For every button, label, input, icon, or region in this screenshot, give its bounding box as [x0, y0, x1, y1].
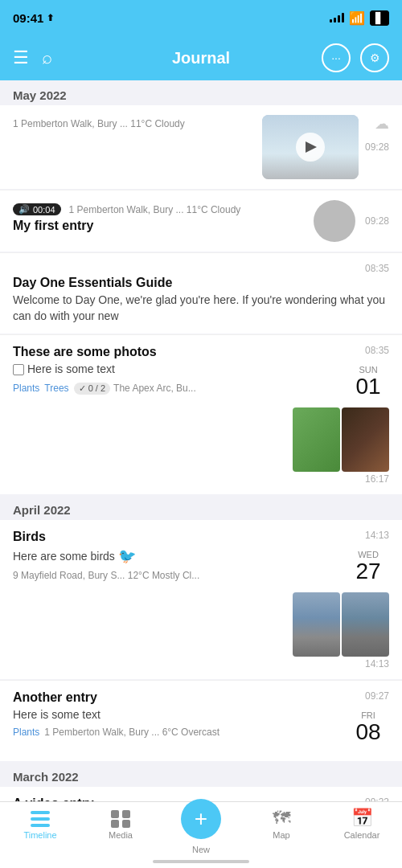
bird-photo-thumbnails [293, 592, 389, 657]
timeline-icon [29, 809, 51, 828]
tag-trees[interactable]: Trees [44, 383, 68, 394]
list-item[interactable]: 🔊 00:04 1 Pemberton Walk, Bury ... 11°C … [0, 190, 402, 252]
svg-rect-0 [31, 811, 50, 814]
photo-thumbnail-2 [342, 407, 389, 472]
calendar-label: Calendar [344, 830, 380, 840]
list-item[interactable]: 08:35 Day One Essentials Guide Welcome t… [0, 252, 402, 334]
audio-badge: 🔊 00:04 [13, 203, 61, 215]
tab-timeline[interactable]: Timeline [0, 809, 80, 840]
status-time: 09:41 ⬆ [13, 11, 54, 25]
photo-thumbnail-3 [293, 592, 340, 657]
entry-body: Here are some birds 🐦 [13, 547, 286, 567]
entry-body: Welcome to Day One, we're glad you're he… [13, 293, 389, 324]
entry-meta: 1 Pemberton Walk, Bury ... 11°C Cloudy [13, 118, 254, 129]
list-item[interactable]: Another entry Here is some text Plants 1… [0, 680, 402, 761]
entry-meta: Plants Trees ✓ 0 / 2 The Apex Arc, Bu... [13, 383, 286, 395]
entry-title: My first entry [13, 219, 306, 233]
map-label: Map [273, 830, 289, 840]
list-item[interactable]: These are some photos Here is some text … [0, 334, 402, 494]
svg-rect-2 [31, 824, 50, 827]
page-title: Journal [172, 49, 230, 68]
entry-time: 09:28 [365, 141, 389, 153]
svg-rect-4 [122, 810, 130, 818]
entry-avatar [314, 200, 355, 242]
date-badge: FRI 08 [347, 703, 389, 751]
tab-media[interactable]: Media [80, 809, 161, 840]
entry-time: 14:13 [365, 530, 389, 541]
new-entry-button[interactable]: + [181, 799, 221, 839]
date-badge: WED 27 [347, 542, 389, 591]
entry-title: Another entry [13, 690, 333, 705]
entry-body: Here is some text [13, 707, 333, 723]
entry-time: 08:35 [365, 263, 389, 274]
tab-calendar[interactable]: 📅 Calendar [322, 809, 402, 840]
location-arrow-icon: ⬆ [47, 13, 54, 23]
month-header-march: March 2022 [0, 762, 402, 787]
settings-button[interactable]: ⚙ [360, 43, 389, 72]
svg-rect-5 [111, 820, 119, 828]
tab-map[interactable]: 🗺 Map [241, 809, 322, 840]
media-label: Media [109, 830, 133, 840]
play-button-icon [296, 133, 325, 162]
map-icon: 🗺 [270, 809, 293, 828]
video-thumbnail [262, 115, 359, 179]
clock: 09:41 [13, 11, 43, 25]
entry-datetime: 16:17 [365, 473, 389, 485]
entry-title: These are some photos [13, 345, 286, 359]
nav-left: ☰ ⌕ [13, 47, 52, 68]
entry-title: Day One Essentials Guide [13, 276, 389, 290]
battery-icon: ▋ [370, 10, 389, 26]
month-header-april: April 2022 [0, 495, 402, 520]
journal-list: May 2022 ☁ 1 Pemberton Walk, Bury ... 11… [0, 80, 402, 801]
photo-thumbnail-4 [342, 592, 389, 657]
cloud-sync-icon: ☁ [375, 115, 389, 133]
photo-thumbnails [293, 407, 389, 472]
audio-meta: 🔊 00:04 1 Pemberton Walk, Bury ... 11°C … [13, 203, 306, 215]
media-icon [109, 809, 132, 828]
photo-thumbnail-1 [293, 407, 340, 472]
home-indicator [153, 860, 249, 863]
tag-plants[interactable]: Plants [13, 383, 39, 394]
svg-rect-3 [111, 810, 119, 818]
timeline-label: Timeline [23, 830, 56, 840]
checklist-badge: ✓ 0 / 2 [74, 383, 110, 395]
svg-rect-1 [31, 817, 50, 821]
list-item[interactable]: ☁ 1 Pemberton Walk, Bury ... 11°C Cloudy… [0, 105, 402, 189]
wifi-icon: 📶 [349, 10, 365, 26]
tag-plants-2[interactable]: Plants [13, 727, 39, 738]
entry-meta: Plants 1 Pemberton Walk, Bury ... 6°C Ov… [13, 727, 333, 738]
entry-body: Here is some text [27, 362, 115, 378]
tab-bar: Timeline Media + New 🗺 Map 📅 Calendar [0, 801, 402, 868]
tab-new[interactable]: + New [161, 805, 241, 854]
more-button[interactable]: ··· [322, 43, 351, 72]
calendar-icon: 📅 [351, 809, 373, 828]
date-badge: SUN 01 [347, 358, 389, 406]
entry-time-2: 14:13 [365, 658, 389, 669]
entry-time: 09:27 [365, 690, 389, 702]
status-bar: 09:41 ⬆ 📶 ▋ [0, 0, 402, 35]
month-header-may: May 2022 [0, 80, 402, 105]
entry-title: Birds [13, 530, 286, 544]
menu-button[interactable]: ☰ [13, 47, 29, 68]
entry-time: 08:35 [365, 345, 389, 356]
bird-icon: 🐦 [118, 547, 136, 567]
svg-rect-6 [122, 820, 130, 828]
entry-meta: 9 Mayfield Road, Bury S... 12°C Mostly C… [13, 570, 286, 581]
nav-bar: ☰ ⌕ Journal ··· ⚙ [0, 35, 402, 80]
signal-icon [330, 13, 344, 23]
nav-right: ··· ⚙ [322, 43, 389, 72]
status-icons: 📶 ▋ [330, 10, 389, 26]
entry-time: 09:28 [365, 215, 389, 227]
search-button[interactable]: ⌕ [42, 47, 52, 68]
new-label: New [192, 845, 210, 854]
list-item[interactable]: Birds Here are some birds 🐦 9 Mayfield R… [0, 520, 402, 679]
checkbox-icon [13, 364, 24, 375]
